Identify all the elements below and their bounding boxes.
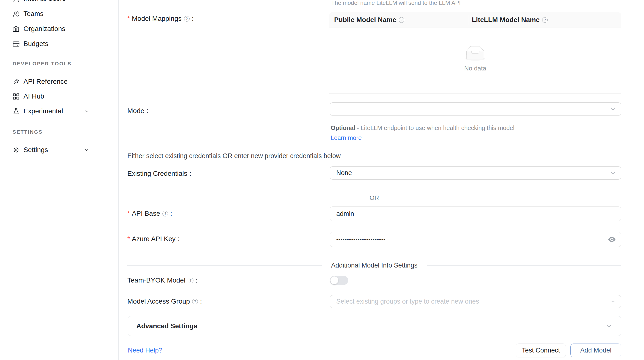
divider-line [127,265,322,266]
column-header-public-model-name: Public Model Name ? [329,16,468,24]
divider-line [388,198,622,198]
toggle-knob [330,276,338,284]
chevron-down-icon [606,322,613,330]
learn-more-link[interactable]: Learn more [331,134,362,141]
user-icon [12,0,20,3]
api-base-value: admin [336,210,354,218]
sidebar-section-settings: SETTINGS [12,129,42,135]
advanced-settings-panel[interactable]: Advanced Settings [128,316,621,336]
model-access-group-select[interactable]: Select existing groups or type to create… [330,295,621,308]
litellm-model-name-help-text: The model name LiteLLM will send to the … [331,0,461,6]
api-base-label: * API Base ? : [127,208,172,218]
sidebar-item-settings[interactable]: Settings [12,142,90,157]
divider-line [127,198,360,198]
model-access-group-label: Model Access Group ? : [127,296,202,306]
sidebar-item-api-reference[interactable]: API Reference [12,74,90,89]
test-connect-button[interactable]: Test Connect [516,344,566,357]
model-mappings-table: Public Model Name ? LiteLLM Model Name ?… [329,12,621,94]
empty-box-icon [463,46,487,62]
empty-state: No data [329,46,621,72]
help-question-icon[interactable]: ? [542,17,548,23]
chevron-down-icon [610,106,616,112]
gear-icon [12,146,20,154]
sidebar-item-label: API Reference [24,78,68,86]
divider-line [427,265,621,266]
column-divider [468,15,468,25]
column-header-litellm-model-name: LiteLLM Model Name ? [468,16,621,24]
sidebar-item-label: Budgets [24,40,48,48]
sidebar-item-label: AI Hub [24,92,44,100]
existing-credentials-value: None [336,169,352,177]
sidebar-section-developer-tools: DEVELOPER TOOLS [12,61,72,66]
flask-icon [12,107,20,115]
azure-api-key-label: * Azure API Key : [127,234,180,244]
team-icon [12,10,20,18]
help-question-icon[interactable]: ? [188,278,194,283]
sidebar-item-label: Internal Users [24,0,66,2]
chevron-down-icon [610,170,616,176]
help-question-icon[interactable]: ? [184,16,190,22]
help-question-icon[interactable]: ? [192,299,198,304]
grid-icon [12,92,20,100]
mode-help-text: Optional - LiteLLM endpoint to use when … [331,123,524,143]
sidebar-item-label: Teams [24,10,43,18]
add-model-page: Internal Users Teams Organizations Budge… [0,0,644,360]
table-body: No data [329,28,621,94]
table-header-row: Public Model Name ? LiteLLM Model Name ? [329,12,621,28]
model-access-group-placeholder: Select existing groups or type to create… [336,298,479,305]
azure-api-key-input[interactable]: ••••••••••••••••••••••• [330,232,621,247]
add-model-button[interactable]: Add Model [570,344,621,357]
sidebar-item-budgets[interactable]: Budgets [12,36,90,51]
chevron-down-icon [610,298,616,305]
eye-icon[interactable] [608,235,616,244]
mode-label: Mode : [127,106,148,116]
api-base-input[interactable]: admin [330,206,621,221]
sidebar: Internal Users Teams Organizations Budge… [0,0,119,360]
or-divider: OR [127,194,621,202]
sidebar-item-label: Settings [24,146,48,154]
sidebar-item-internal-users[interactable]: Internal Users [12,0,90,6]
mode-select[interactable] [330,102,621,116]
sidebar-item-ai-hub[interactable]: AI Hub [12,89,90,104]
required-asterisk: * [127,235,130,243]
model-mappings-label: * Model Mappings ? : [127,14,194,24]
chevron-down-icon [84,108,90,114]
sidebar-item-experimental[interactable]: Experimental [12,104,90,119]
need-help-link[interactable]: Need Help? [128,347,162,354]
advanced-settings-title: Advanced Settings [136,322,197,330]
empty-state-text: No data [464,65,486,72]
content-edge-line [623,0,623,360]
masked-password-value: ••••••••••••••••••••••• [336,236,386,242]
sidebar-item-label: Experimental [24,107,63,115]
bank-icon [12,25,20,33]
team-byok-label: Team-BYOK Model ? : [127,275,197,286]
existing-credentials-select[interactable]: None [330,166,621,180]
credentials-note: Either select existing credentials OR en… [127,152,341,160]
sidebar-item-organizations[interactable]: Organizations [12,21,90,36]
help-question-icon[interactable]: ? [399,17,404,23]
existing-credentials-label: Existing Credentials : [127,168,191,179]
team-byok-toggle[interactable] [330,276,348,285]
sidebar-item-label: Organizations [24,25,65,33]
help-question-icon[interactable]: ? [162,211,168,216]
required-asterisk: * [127,15,130,22]
sidebar-item-teams[interactable]: Teams [12,6,90,21]
additional-info-divider: Additional Model Info Settings [127,262,621,269]
api-plug-icon [12,78,20,86]
credit-card-icon [12,40,20,48]
required-asterisk: * [127,210,130,218]
chevron-down-icon [84,147,90,153]
